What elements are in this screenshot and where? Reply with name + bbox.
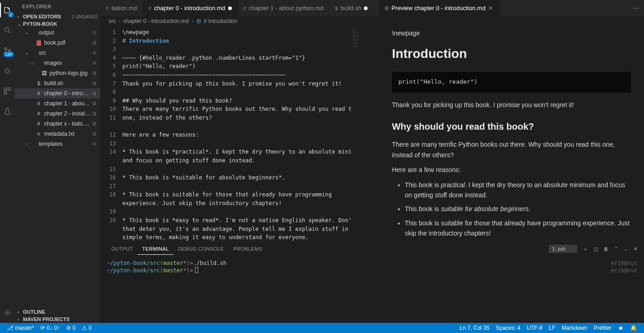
svg-point-8 — [6, 312, 9, 314]
status-bell-icon[interactable]: 🔔 — [627, 325, 640, 331]
sidebar-title: EXPLORER — [15, 0, 100, 13]
terminal[interactable]: ~/pyton-book/src(master*) » ./build.sher… — [100, 256, 644, 323]
status-lncol[interactable]: Ln 7, Col 35 — [456, 325, 493, 331]
tree-folder[interactable]: ⌄src — [15, 48, 100, 58]
preview-newpage: \newpage — [392, 28, 631, 38]
editor-tab[interactable]: $build.sh — [329, 0, 374, 16]
svg-point-0 — [5, 28, 9, 32]
svg-rect-5 — [4, 88, 6, 90]
kill-terminal-icon[interactable]: 🗑 — [604, 246, 609, 252]
tree-folder[interactable]: ⌄output — [15, 28, 100, 38]
svg-point-1 — [5, 48, 6, 50]
maximize-panel-icon[interactable]: ⌃ — [614, 246, 618, 252]
file-icon: # — [35, 121, 42, 126]
maven-section[interactable]: ›MAVEN PROJECTS — [15, 316, 100, 323]
tab-terminal[interactable]: TERMINAL — [138, 243, 173, 255]
editor-tab[interactable]: #llation.md — [100, 0, 143, 16]
status-warnings[interactable]: ⚠ 0 — [79, 325, 95, 331]
status-eol[interactable]: LF — [546, 325, 558, 331]
file-icon: 🖼 — [40, 70, 48, 76]
editor-tab[interactable]: #chapter 0 - introduction.md — [143, 0, 238, 16]
tab-output[interactable]: OUTPUT — [107, 243, 138, 254]
list-item: This book is suitable for absolute begin… — [405, 204, 631, 214]
status-language[interactable]: Markdown — [558, 325, 590, 331]
dirty-indicator-icon — [228, 6, 232, 10]
tree-file[interactable]: #chapter 2 - installation.mdU — [15, 109, 100, 119]
outline-section[interactable]: ›OUTLINE — [15, 308, 100, 316]
activity-bar: 2 120 — [0, 0, 15, 323]
list-item: This book is suitable for those that alr… — [405, 218, 631, 239]
file-icon: # — [35, 91, 42, 96]
tree-file[interactable]: 📕book.pdfU — [15, 38, 100, 48]
tree-file[interactable]: $build.shU — [15, 78, 100, 88]
close-icon[interactable]: ✕ — [488, 5, 493, 11]
editor-tab[interactable]: ⊞Preview chapter 0 - introduction.md✕ — [379, 0, 499, 16]
file-icon: 📕 — [35, 40, 42, 46]
file-icon: # — [35, 101, 42, 106]
file-tree[interactable]: ⌄output📕book.pdfU⌄src⌄images🖼python-logo… — [15, 28, 100, 308]
more-icon[interactable]: ⋯ — [633, 5, 639, 11]
test-icon[interactable] — [2, 106, 13, 117]
files-icon[interactable]: 2 — [2, 5, 13, 16]
status-bar: ⎇ master* ⟳ 0↓ 0↑ ⊘ 0 ⚠ 0 Ln 7, Col 35 S… — [0, 323, 644, 333]
svg-point-4 — [6, 69, 9, 73]
status-errors[interactable]: ⊘ 0 — [63, 325, 79, 331]
status-branch[interactable]: ⎇ master* — [4, 325, 37, 331]
project-section[interactable]: ⌄PYTON-BOOK — [15, 20, 100, 28]
preview-code-block: print("Hello, reader") — [392, 72, 631, 92]
tree-file[interactable]: 🖼python-logo.jpgU — [15, 68, 100, 78]
tree-file[interactable]: ≡metadata.txtU — [15, 129, 100, 139]
settings-gear-icon[interactable] — [2, 307, 13, 318]
extensions-icon[interactable] — [2, 86, 13, 97]
file-icon: ⊞ — [385, 5, 389, 11]
preview-list: This book is practical. I kept the dry t… — [405, 180, 631, 241]
tree-folder[interactable]: ⌄images — [15, 58, 100, 68]
tab-debug-console[interactable]: DEBUG CONSOLE — [173, 243, 229, 254]
source-control-icon[interactable]: 120 — [2, 45, 13, 56]
preview-text: There are many terrific Python books out… — [392, 139, 631, 160]
editor-tabs-right: ⊞Preview chapter 0 - introduction.md✕⋯ — [379, 0, 644, 16]
file-icon: # — [106, 6, 109, 11]
code-editor[interactable]: 1234567891011 121314 15161718 1920 2122 … — [100, 26, 379, 241]
new-terminal-icon[interactable]: ＋ — [583, 246, 588, 253]
file-icon: $ — [335, 6, 338, 11]
editor-tab[interactable]: #chapter 1 - about python.md — [238, 0, 330, 16]
tree-file[interactable]: #chapter 0 - introduction.mdU — [15, 88, 100, 98]
file-icon: # — [35, 111, 42, 116]
open-editors-section[interactable]: ›OPEN EDITORS2 UNSAVED — [15, 13, 100, 20]
markdown-preview[interactable]: \newpage Introduction print("Hello, read… — [379, 16, 644, 241]
close-panel-icon[interactable]: ✕ — [633, 246, 638, 252]
svg-rect-6 — [8, 88, 11, 90]
preview-text: Thank you for picking up this book. I pr… — [392, 100, 631, 110]
tree-folder[interactable]: ›templates — [15, 139, 100, 149]
tab-problems[interactable]: PROBLEMS — [229, 243, 267, 254]
file-icon: $ — [35, 80, 42, 86]
svg-rect-7 — [4, 92, 6, 94]
terminal-selector[interactable]: 1: zsh — [549, 245, 577, 253]
preview-h2: Why should you read this book? — [392, 119, 631, 134]
status-spaces[interactable]: Spaces: 4 — [493, 325, 523, 331]
minimap[interactable]: ▬▬▬▬▬▬▬▬▬▬▬▬▬▬▬▬▬▬▬▬▬▬▬▬▬▬▬▬▬▬▬▬▬▬▬▬▬▬▬▬… — [351, 26, 379, 241]
search-icon[interactable] — [2, 25, 13, 36]
file-icon: # — [243, 6, 246, 11]
editor-tabs-left: #llation.md#chapter 0 - introduction.md#… — [100, 0, 379, 16]
split-terminal-icon[interactable]: ◫ — [593, 246, 598, 252]
file-icon: ≡ — [35, 131, 42, 137]
status-prettier[interactable]: Prettier — [591, 325, 615, 331]
status-sync[interactable]: ⟳ 0↓ 0↑ — [37, 325, 63, 331]
preview-h1: Introduction — [392, 44, 631, 64]
explorer-sidebar: EXPLORER ›OPEN EDITORS2 UNSAVED ⌄PYTON-B… — [15, 0, 100, 323]
file-icon: # — [149, 6, 151, 11]
tree-file[interactable]: #chapter x - todo.mdU — [15, 119, 100, 129]
status-feedback-icon[interactable]: ☻ — [615, 325, 627, 331]
chevron-down-icon[interactable]: ⌄ — [624, 246, 628, 252]
preview-text: Here are a few reasons: — [392, 165, 631, 175]
tree-file[interactable]: #chapter 1 - about python.mdU — [15, 98, 100, 109]
status-encoding[interactable]: UTF-8 — [523, 325, 546, 331]
dirty-indicator-icon — [364, 6, 368, 10]
breadcrumb[interactable]: src› chapter 0 - introduction.md› ⊞# Int… — [100, 16, 379, 26]
list-item: This book is practical. I kept the dry t… — [405, 180, 631, 201]
bottom-panel: OUTPUT TERMINAL DEBUG CONSOLE PROBLEMS 1… — [100, 241, 644, 323]
debug-icon[interactable] — [2, 65, 13, 76]
